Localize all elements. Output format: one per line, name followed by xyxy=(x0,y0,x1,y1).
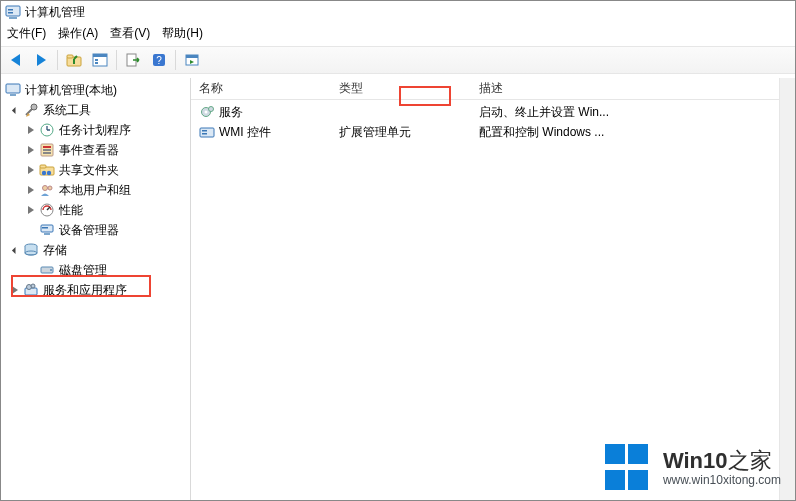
show-tree-button[interactable] xyxy=(88,49,112,71)
tree-performance[interactable]: 性能 xyxy=(1,200,190,220)
expander-icon[interactable] xyxy=(25,124,37,136)
cell-desc: 启动、终止并设置 Win... xyxy=(479,104,609,121)
svg-rect-5 xyxy=(67,55,73,58)
svg-point-27 xyxy=(43,186,48,191)
clock-icon xyxy=(39,122,55,138)
services-icon xyxy=(23,282,39,298)
svg-rect-43 xyxy=(200,128,214,137)
menu-action[interactable]: 操作(A) xyxy=(58,25,98,42)
tree-event-viewer[interactable]: 事件查看器 xyxy=(1,140,190,160)
menu-help[interactable]: 帮助(H) xyxy=(162,25,203,42)
expander-icon[interactable] xyxy=(25,204,37,216)
tree-label: 共享文件夹 xyxy=(57,162,121,179)
shared-folder-icon xyxy=(39,162,55,178)
toolbar-separator xyxy=(175,50,176,70)
svg-rect-20 xyxy=(43,146,51,148)
column-name[interactable]: 名称 xyxy=(191,78,331,99)
tree-label: 本地用户和组 xyxy=(57,182,133,199)
tree-label: 性能 xyxy=(57,202,85,219)
tree-label: 事件查看器 xyxy=(57,142,121,159)
toolbar: ? xyxy=(1,46,795,74)
tree-device-manager[interactable]: 设备管理器 xyxy=(1,220,190,240)
svg-rect-44 xyxy=(202,130,207,132)
vertical-scrollbar[interactable] xyxy=(779,78,795,500)
title-bar: 计算机管理 xyxy=(1,1,795,23)
tree-label: 服务和应用程序 xyxy=(41,282,129,299)
column-headers: 名称 类型 描述 xyxy=(191,78,795,100)
tree-services-apps[interactable]: 服务和应用程序 xyxy=(1,280,190,300)
watermark: Win10之家 www.win10xitong.com xyxy=(605,444,781,492)
device-icon xyxy=(39,222,55,238)
watermark-url: www.win10xitong.com xyxy=(663,474,781,488)
tree-label: 任务计划程序 xyxy=(57,122,133,139)
performance-icon xyxy=(39,202,55,218)
svg-point-42 xyxy=(209,107,214,112)
menu-file[interactable]: 文件(F) xyxy=(7,25,46,42)
up-button[interactable] xyxy=(62,49,86,71)
toolbar-separator xyxy=(116,50,117,70)
svg-rect-32 xyxy=(42,227,48,229)
list-rows: 服务 启动、终止并设置 Win... WMI 控件 扩展管理单元 配置和控制 W… xyxy=(191,100,795,142)
cell-type: 扩展管理单元 xyxy=(339,124,411,141)
expander-icon[interactable] xyxy=(25,144,37,156)
cell-name: WMI 控件 xyxy=(219,124,271,141)
tree-disk-management[interactable]: 磁盘管理 xyxy=(1,260,190,280)
svg-rect-0 xyxy=(6,6,20,16)
forward-button[interactable] xyxy=(29,49,53,71)
svg-point-17 xyxy=(31,104,37,110)
svg-rect-21 xyxy=(43,149,51,151)
tree-root[interactable]: 计算机管理(本地) xyxy=(1,80,190,100)
tree-local-users[interactable]: 本地用户和组 xyxy=(1,180,190,200)
tree-pane: 计算机管理(本地) 系统工具 任务计划程序 事件查看器 xyxy=(1,78,191,500)
expander-icon[interactable] xyxy=(25,164,37,176)
svg-point-41 xyxy=(205,111,208,114)
watermark-title: Win10之家 xyxy=(663,448,781,473)
tree-label: 存储 xyxy=(41,242,69,259)
tree-system-tools[interactable]: 系统工具 xyxy=(1,100,190,120)
tools-icon xyxy=(23,102,39,118)
svg-rect-16 xyxy=(10,94,16,96)
event-icon xyxy=(39,142,55,158)
list-row[interactable]: 服务 启动、终止并设置 Win... xyxy=(191,102,795,122)
expander-icon[interactable] xyxy=(9,244,21,256)
svg-rect-24 xyxy=(40,165,46,168)
tree-shared-folders[interactable]: 共享文件夹 xyxy=(1,160,190,180)
wmi-icon xyxy=(199,124,215,140)
computer-icon xyxy=(5,82,21,98)
svg-rect-31 xyxy=(44,233,50,235)
cell-name: 服务 xyxy=(219,104,243,121)
svg-rect-8 xyxy=(95,59,98,61)
svg-point-25 xyxy=(42,171,46,175)
tree-label: 系统工具 xyxy=(41,102,93,119)
list-pane: 名称 类型 描述 服务 启动、终止并设置 Win... xyxy=(191,78,795,500)
expander-icon[interactable] xyxy=(9,284,21,296)
storage-icon xyxy=(23,242,39,258)
column-type[interactable]: 类型 xyxy=(331,78,471,99)
column-desc[interactable]: 描述 xyxy=(471,78,795,99)
users-icon xyxy=(39,182,55,198)
svg-rect-2 xyxy=(8,9,13,11)
menu-view[interactable]: 查看(V) xyxy=(110,25,150,42)
tree-task-scheduler[interactable]: 任务计划程序 xyxy=(1,120,190,140)
svg-rect-7 xyxy=(93,54,107,57)
action-button[interactable] xyxy=(180,49,204,71)
svg-rect-14 xyxy=(186,55,198,58)
tree-storage[interactable]: 存储 xyxy=(1,240,190,260)
expander-icon[interactable] xyxy=(25,184,37,196)
gear-icon xyxy=(199,104,215,120)
tree-label: 设备管理器 xyxy=(57,222,121,239)
toolbar-separator xyxy=(57,50,58,70)
app-icon xyxy=(5,4,21,20)
svg-rect-3 xyxy=(8,12,13,14)
back-button[interactable] xyxy=(3,49,27,71)
menu-bar: 文件(F) 操作(A) 查看(V) 帮助(H) xyxy=(1,23,795,46)
svg-point-28 xyxy=(48,186,52,190)
svg-point-36 xyxy=(50,269,52,271)
client-area: 计算机管理(本地) 系统工具 任务计划程序 事件查看器 xyxy=(1,78,795,500)
svg-rect-9 xyxy=(95,62,98,64)
expander-icon[interactable] xyxy=(9,104,21,116)
svg-point-39 xyxy=(31,284,35,288)
export-button[interactable] xyxy=(121,49,145,71)
list-row[interactable]: WMI 控件 扩展管理单元 配置和控制 Windows ... xyxy=(191,122,795,142)
help-button[interactable]: ? xyxy=(147,49,171,71)
